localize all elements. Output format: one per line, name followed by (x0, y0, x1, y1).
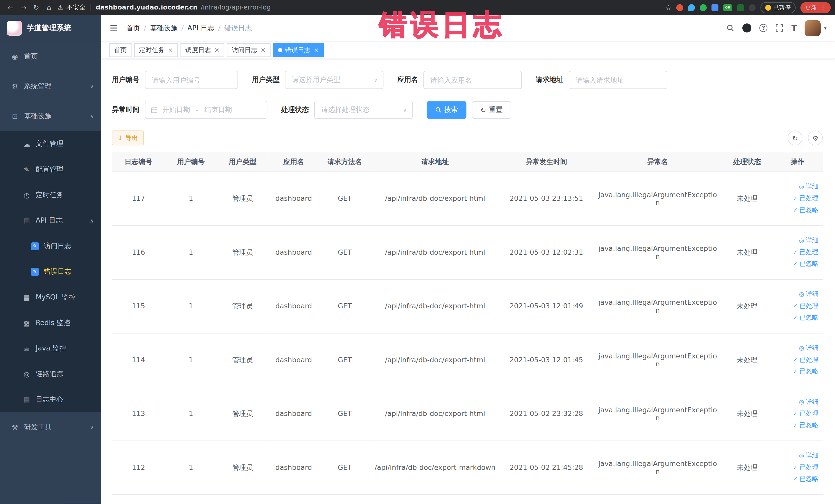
ignored-link[interactable]: ✓已忽略 (793, 313, 819, 322)
ignored-link[interactable]: ✓已忽略 (793, 206, 819, 215)
reset-button[interactable]: ↻ 重置 (472, 101, 511, 118)
cell-method: GET (319, 441, 371, 495)
sidebar-item-infrastructure[interactable]: ⊡ 基础设施 ∧ (0, 101, 101, 131)
ignored-link[interactable]: ✓已忽略 (793, 421, 819, 430)
cell-method: GET (319, 225, 371, 279)
user-type-select[interactable]: 请选择用户类型 ∨ (285, 71, 384, 89)
paused-button[interactable]: 已暂停 (760, 2, 796, 13)
reload-icon[interactable]: ↻ (30, 3, 43, 11)
search-icon[interactable] (727, 24, 734, 32)
sidebar-item-home[interactable]: ◉ 首页 (0, 42, 101, 72)
extension-icon-2[interactable] (688, 4, 695, 11)
processed-link[interactable]: ✓已处理 (793, 301, 819, 310)
detail-link[interactable]: ◎详细 (799, 344, 819, 352)
detail-link[interactable]: ◎详细 (799, 398, 819, 406)
eye-icon: ◎ (799, 237, 804, 244)
forward-icon[interactable]: → (17, 3, 30, 11)
processed-label: 已处理 (799, 301, 819, 310)
check-icon: ✓ (793, 476, 798, 483)
sidebar-item-api-logs[interactable]: ▤ API 日志 ∧ (0, 208, 101, 234)
cell-process-status: 未处理 (722, 387, 772, 441)
detail-link[interactable]: ◎详细 (799, 182, 819, 191)
processed-link[interactable]: ✓已处理 (793, 409, 819, 418)
ignored-link[interactable]: ✓已忽略 (793, 259, 819, 268)
close-icon[interactable]: × (214, 46, 220, 54)
warning-icon: ⚠ (58, 4, 63, 11)
font-size-icon[interactable]: T (791, 23, 797, 33)
select-placeholder: 请选择用户类型 (292, 75, 340, 85)
close-icon[interactable]: × (314, 46, 319, 54)
close-icon[interactable]: × (261, 46, 266, 54)
detail-link[interactable]: ◎详细 (799, 290, 819, 299)
request-url-input[interactable] (569, 71, 667, 89)
fullscreen-icon[interactable] (775, 24, 783, 32)
update-button[interactable]: 更新 ⋮ (800, 2, 831, 13)
cell-request-url: /api/infra/db-doc/export-html (371, 172, 500, 225)
tab-access-log[interactable]: 访问日志 × (227, 43, 270, 57)
sidebar-item-redis-monitor[interactable]: ▩ Redis 监控 (0, 310, 101, 336)
sidebar-item-java-monitor[interactable]: ☕ Java 监控 (0, 336, 101, 361)
hamburger-icon[interactable]: ☰ (109, 23, 118, 33)
breadcrumb-infrastructure[interactable]: 基础设施 (150, 23, 178, 33)
tab-scheduled-tasks[interactable]: 定时任务 × (134, 43, 178, 57)
exception-time-range[interactable]: 开始日期 - 结束日期 (145, 101, 267, 119)
home-icon[interactable]: ⌂ (43, 3, 56, 11)
tab-dispatch-log[interactable]: 调度日志 × (180, 43, 224, 57)
extension-icon-6[interactable] (749, 4, 756, 11)
close-icon[interactable]: × (168, 46, 173, 54)
java-cup-icon: ☕ (22, 344, 31, 352)
address-bar[interactable]: ⚠ 不安全 dashboard.yudao.iocoder.cn/infra/l… (58, 3, 270, 12)
detail-link[interactable]: ◎详细 (799, 236, 819, 245)
sidebar-item-dev-tools[interactable]: ⚒ 研发工具 ∨ (0, 412, 101, 442)
cell-user-type: 管理员 (217, 441, 268, 495)
sidebar-item-log-center[interactable]: ▤ 日志中心 (0, 387, 101, 412)
request-url-label: 请求地址 (536, 75, 564, 85)
security-label: 不安全 (66, 3, 86, 12)
ignored-link[interactable]: ✓已忽略 (793, 367, 819, 376)
ignored-link[interactable]: ✓已忽略 (793, 475, 819, 483)
user-avatar[interactable] (805, 20, 821, 36)
sidebar-item-mysql-monitor[interactable]: ▦ MySQL 监控 (0, 284, 101, 310)
back-icon[interactable]: ← (4, 3, 17, 11)
app-name-input[interactable] (423, 71, 522, 89)
bookmark-star-icon[interactable]: ☆ (665, 3, 672, 11)
tab-error-log[interactable]: 错误日志 × (273, 43, 324, 57)
export-button[interactable]: ↓ 导出 (112, 130, 144, 145)
extension-icon-5[interactable] (737, 4, 744, 11)
cell-log-id: 112 (112, 441, 165, 495)
sidebar-item-system-management[interactable]: ⚙ 系统管理 ∨ (0, 72, 101, 101)
sidebar: 芋道管理系统 ◉ 首页 ⚙ 系统管理 ∨ ⊡ 基础设施 ∧ (0, 15, 101, 504)
extension-icon-on[interactable]: on (723, 4, 732, 11)
sidebar-item-config-management[interactable]: ✎ 配置管理 (0, 157, 101, 182)
column-settings-button[interactable]: ⚙ (808, 130, 823, 145)
breadcrumb-home[interactable]: 首页 (126, 23, 140, 33)
extension-icon-3[interactable] (700, 4, 707, 11)
tab-home[interactable]: 首页 (109, 43, 131, 57)
sidebar-item-access-log[interactable]: ✎ 访问日志 (0, 234, 101, 259)
processed-link[interactable]: ✓已处理 (793, 463, 819, 472)
cell-exception-time: 2021-05-03 12:01:45 (500, 333, 593, 387)
processed-link[interactable]: ✓已处理 (793, 248, 819, 257)
extension-icon-4[interactable] (712, 4, 718, 11)
processed-link[interactable]: ✓已处理 (793, 194, 819, 203)
sidebar-item-error-log[interactable]: ✎ 错误日志 (0, 259, 101, 284)
user-id-input[interactable] (145, 71, 238, 89)
process-status-select[interactable]: 请选择处理状态 ∨ (314, 101, 413, 119)
sidebar-item-scheduled-tasks[interactable]: ◴ 定时任务 (0, 182, 101, 208)
github-icon[interactable] (742, 23, 752, 32)
end-date-placeholder: 结束日期 (204, 105, 232, 115)
caret-down-icon[interactable]: ▾ (824, 25, 826, 31)
cell-log-id: 117 (112, 172, 165, 225)
processed-link[interactable]: ✓已处理 (793, 355, 819, 364)
sidebar-item-file-management[interactable]: ☁ 文件管理 (0, 131, 101, 157)
refresh-button[interactable]: ↻ (788, 130, 802, 145)
extension-icon-1[interactable] (676, 4, 683, 11)
page-content: 用户编号 用户类型 请选择用户类型 ∨ 应用名 (101, 59, 835, 504)
detail-link[interactable]: ◎详细 (799, 451, 819, 460)
check-icon: ✓ (793, 368, 798, 375)
sidebar-item-link-tracing[interactable]: ◎ 链路追踪 (0, 361, 101, 387)
help-icon[interactable]: ? (759, 24, 768, 32)
app-logo[interactable]: 芋道管理系统 (0, 15, 101, 42)
search-button[interactable]: 搜索 (427, 101, 467, 118)
breadcrumb-api-logs[interactable]: API 日志 (187, 23, 214, 33)
